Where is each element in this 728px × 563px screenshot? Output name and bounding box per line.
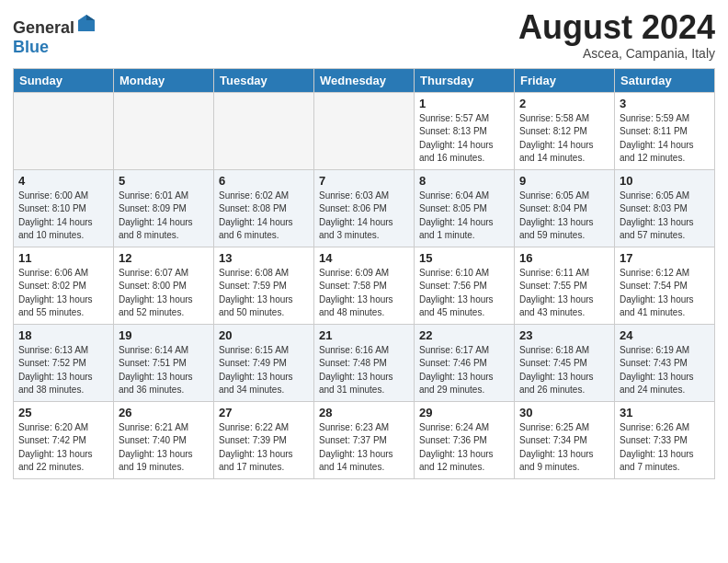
calendar-cell: 14Sunrise: 6:09 AM Sunset: 7:58 PM Dayli…	[314, 247, 415, 324]
calendar-cell: 19Sunrise: 6:14 AM Sunset: 7:51 PM Dayli…	[114, 324, 214, 401]
day-number: 25	[18, 406, 108, 419]
day-number: 12	[119, 251, 209, 265]
calendar-cell: 5Sunrise: 6:01 AM Sunset: 8:09 PM Daylig…	[114, 169, 214, 247]
calendar-cell	[114, 92, 214, 169]
calendar-cell: 13Sunrise: 6:08 AM Sunset: 7:59 PM Dayli…	[214, 247, 314, 324]
logo-general-text: General	[13, 18, 74, 37]
calendar-cell: 11Sunrise: 6:06 AM Sunset: 8:02 PM Dayli…	[14, 247, 114, 324]
day-number: 20	[219, 328, 309, 342]
day-number: 5	[119, 174, 209, 188]
calendar-cell: 3Sunrise: 5:59 AM Sunset: 8:11 PM Daylig…	[615, 92, 715, 169]
location-subtitle: Ascea, Campania, Italy	[518, 46, 715, 61]
header: General Blue August 2024 Ascea, Campania…	[13, 9, 715, 61]
day-number: 17	[620, 251, 710, 265]
calendar-table: SundayMondayTuesdayWednesdayThursdayFrid…	[13, 68, 715, 479]
day-info: Sunrise: 6:14 AM Sunset: 7:51 PM Dayligh…	[119, 344, 209, 397]
logo-blue-text: Blue	[13, 38, 49, 56]
day-info: Sunrise: 6:00 AM Sunset: 8:10 PM Dayligh…	[18, 190, 108, 243]
day-number: 28	[319, 406, 409, 419]
col-header-sunday: Sunday	[14, 68, 114, 92]
day-info: Sunrise: 6:12 AM Sunset: 7:54 PM Dayligh…	[620, 267, 710, 320]
calendar-cell: 4Sunrise: 6:00 AM Sunset: 8:10 PM Daylig…	[14, 169, 114, 247]
day-number: 8	[419, 174, 509, 188]
calendar-cell: 20Sunrise: 6:15 AM Sunset: 7:49 PM Dayli…	[214, 324, 314, 401]
day-info: Sunrise: 6:09 AM Sunset: 7:58 PM Dayligh…	[319, 267, 409, 320]
calendar-cell: 8Sunrise: 6:04 AM Sunset: 8:05 PM Daylig…	[415, 169, 515, 247]
day-info: Sunrise: 6:06 AM Sunset: 8:02 PM Dayligh…	[18, 267, 108, 320]
calendar-cell: 7Sunrise: 6:03 AM Sunset: 8:06 PM Daylig…	[314, 169, 415, 247]
calendar-cell: 21Sunrise: 6:16 AM Sunset: 7:48 PM Dayli…	[314, 324, 415, 401]
month-title: August 2024	[518, 9, 715, 46]
day-number: 6	[219, 174, 309, 188]
day-info: Sunrise: 6:26 AM Sunset: 7:33 PM Dayligh…	[620, 421, 710, 475]
day-number: 3	[620, 97, 710, 110]
day-info: Sunrise: 6:02 AM Sunset: 8:08 PM Dayligh…	[219, 190, 309, 243]
day-info: Sunrise: 6:17 AM Sunset: 7:46 PM Dayligh…	[419, 344, 509, 397]
day-number: 1	[419, 97, 509, 110]
day-number: 9	[519, 174, 609, 188]
day-info: Sunrise: 6:03 AM Sunset: 8:06 PM Dayligh…	[319, 190, 409, 243]
calendar-cell: 6Sunrise: 6:02 AM Sunset: 8:08 PM Daylig…	[214, 169, 314, 247]
day-info: Sunrise: 6:25 AM Sunset: 7:34 PM Dayligh…	[519, 421, 609, 475]
day-number: 19	[119, 328, 209, 342]
day-info: Sunrise: 6:23 AM Sunset: 7:37 PM Dayligh…	[319, 421, 409, 475]
logo-icon	[76, 13, 97, 33]
day-info: Sunrise: 6:07 AM Sunset: 8:00 PM Dayligh…	[119, 267, 209, 320]
svg-marker-1	[86, 15, 95, 20]
calendar-cell: 30Sunrise: 6:25 AM Sunset: 7:34 PM Dayli…	[515, 401, 615, 478]
day-info: Sunrise: 5:58 AM Sunset: 8:12 PM Dayligh…	[519, 112, 609, 166]
day-number: 29	[419, 406, 509, 419]
day-info: Sunrise: 6:01 AM Sunset: 8:09 PM Dayligh…	[119, 190, 209, 243]
calendar-cell: 10Sunrise: 6:05 AM Sunset: 8:03 PM Dayli…	[615, 169, 715, 247]
day-info: Sunrise: 6:10 AM Sunset: 7:56 PM Dayligh…	[419, 267, 509, 320]
calendar-week-row: 11Sunrise: 6:06 AM Sunset: 8:02 PM Dayli…	[14, 247, 715, 324]
col-header-monday: Monday	[114, 68, 214, 92]
calendar-week-row: 25Sunrise: 6:20 AM Sunset: 7:42 PM Dayli…	[14, 401, 715, 478]
calendar-cell: 26Sunrise: 6:21 AM Sunset: 7:40 PM Dayli…	[114, 401, 214, 478]
col-header-wednesday: Wednesday	[314, 68, 415, 92]
calendar-cell: 28Sunrise: 6:23 AM Sunset: 7:37 PM Dayli…	[314, 401, 415, 478]
day-info: Sunrise: 6:16 AM Sunset: 7:48 PM Dayligh…	[319, 344, 409, 397]
calendar-week-row: 18Sunrise: 6:13 AM Sunset: 7:52 PM Dayli…	[14, 324, 715, 401]
calendar-cell	[214, 92, 314, 169]
day-number: 16	[519, 251, 609, 265]
logo-content: General Blue	[13, 13, 97, 57]
day-number: 31	[620, 406, 710, 419]
calendar-cell: 25Sunrise: 6:20 AM Sunset: 7:42 PM Dayli…	[14, 401, 114, 478]
day-info: Sunrise: 6:15 AM Sunset: 7:49 PM Dayligh…	[219, 344, 309, 397]
day-number: 14	[319, 251, 409, 265]
day-number: 11	[18, 251, 108, 265]
day-info: Sunrise: 6:04 AM Sunset: 8:05 PM Dayligh…	[419, 190, 509, 243]
calendar-cell: 31Sunrise: 6:26 AM Sunset: 7:33 PM Dayli…	[615, 401, 715, 478]
day-info: Sunrise: 6:13 AM Sunset: 7:52 PM Dayligh…	[18, 344, 108, 397]
day-number: 18	[18, 328, 108, 342]
calendar-cell: 18Sunrise: 6:13 AM Sunset: 7:52 PM Dayli…	[14, 324, 114, 401]
day-number: 2	[519, 97, 609, 110]
day-number: 24	[620, 328, 710, 342]
calendar-cell: 15Sunrise: 6:10 AM Sunset: 7:56 PM Dayli…	[415, 247, 515, 324]
col-header-thursday: Thursday	[415, 68, 515, 92]
day-info: Sunrise: 6:21 AM Sunset: 7:40 PM Dayligh…	[119, 421, 209, 475]
day-number: 23	[519, 328, 609, 342]
day-number: 27	[219, 406, 309, 419]
day-info: Sunrise: 6:18 AM Sunset: 7:45 PM Dayligh…	[519, 344, 609, 397]
logo: General Blue	[13, 13, 97, 57]
calendar-week-row: 4Sunrise: 6:00 AM Sunset: 8:10 PM Daylig…	[14, 169, 715, 247]
day-number: 13	[219, 251, 309, 265]
calendar-cell: 17Sunrise: 6:12 AM Sunset: 7:54 PM Dayli…	[615, 247, 715, 324]
calendar-cell	[314, 92, 415, 169]
day-number: 4	[18, 174, 108, 188]
calendar-cell	[14, 92, 114, 169]
day-info: Sunrise: 5:59 AM Sunset: 8:11 PM Dayligh…	[620, 112, 710, 166]
calendar-cell: 2Sunrise: 5:58 AM Sunset: 8:12 PM Daylig…	[515, 92, 615, 169]
col-header-tuesday: Tuesday	[214, 68, 314, 92]
day-number: 15	[419, 251, 509, 265]
day-info: Sunrise: 6:24 AM Sunset: 7:36 PM Dayligh…	[419, 421, 509, 475]
day-info: Sunrise: 5:57 AM Sunset: 8:13 PM Dayligh…	[419, 112, 509, 166]
calendar-cell: 9Sunrise: 6:05 AM Sunset: 8:04 PM Daylig…	[515, 169, 615, 247]
day-info: Sunrise: 6:20 AM Sunset: 7:42 PM Dayligh…	[18, 421, 108, 475]
day-number: 7	[319, 174, 409, 188]
day-number: 22	[419, 328, 509, 342]
calendar-week-row: 1Sunrise: 5:57 AM Sunset: 8:13 PM Daylig…	[14, 92, 715, 169]
calendar-cell: 1Sunrise: 5:57 AM Sunset: 8:13 PM Daylig…	[415, 92, 515, 169]
